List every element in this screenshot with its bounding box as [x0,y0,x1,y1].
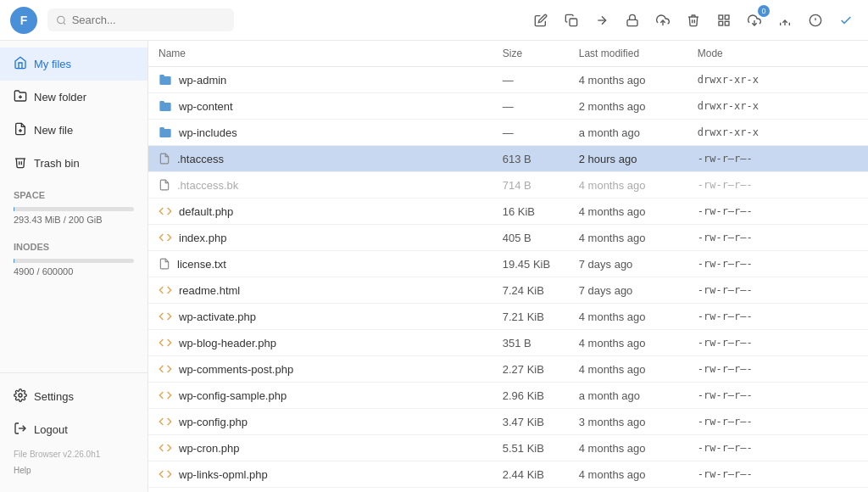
name-cell: index.php [159,231,482,244]
upload-button[interactable] [651,8,675,32]
file-table: Name Size Last modified Mode wp-admin — … [148,41,868,492]
edit-button[interactable] [529,8,553,32]
code-icon [159,231,172,244]
file-size: — [492,93,569,120]
share-button[interactable] [773,8,797,32]
name-cell: wp-links-opml.php [159,467,482,481]
table-row[interactable]: wp-includes — a month ago drwxr-xr-x [148,120,868,146]
table-row[interactable]: wp-content — 2 months ago drwxr-xr-x [148,93,868,120]
storage-text: 293.43 MiB / 200 GiB [14,215,134,225]
file-perms: -rw-r—r—- [687,383,868,409]
file-name: wp-includes [179,126,237,139]
table-row[interactable]: index.php 405 B 4 months ago -rw-r—r—- [148,225,868,251]
table-row[interactable]: wp-blog-header.php 351 B 4 months ago -r… [148,330,868,356]
svg-rect-7 [725,15,729,20]
table-row[interactable]: license.txt 19.45 KiB 7 days ago -rw-r—r… [148,251,868,277]
folder-icon [159,99,172,113]
file-size: 613 B [492,146,569,172]
edit-icon [534,14,548,27]
storage-bar-container: 293.43 MiB / 200 GiB [0,204,147,232]
help-text[interactable]: Help [0,462,147,478]
file-name: readme.html [179,284,240,297]
sidebar-item-logout[interactable]: Logout [0,413,147,446]
text-icon [159,178,170,192]
code-icon [159,362,172,376]
file-perms: -rw-r—r—- [687,330,868,356]
inodes-bar-fill [14,259,14,263]
table-row[interactable]: wp-links-opml.php 2.44 KiB 4 months ago … [148,461,868,488]
file-date: 4 months ago [569,225,687,251]
grid-button[interactable] [712,8,736,32]
name-cell: readme.html [159,283,482,297]
file-name: wp-config.php [179,416,248,428]
file-date: 4 months ago [569,67,687,93]
search-icon [56,14,67,26]
code-icon [159,389,172,402]
search-input[interactable] [72,14,225,26]
file-size: 3.47 KiB [492,409,569,435]
settings-icon [14,389,27,405]
file-date: 4 months ago [569,330,687,356]
space-section-label: Space [0,180,147,204]
svg-rect-2 [570,19,577,26]
name-cell: wp-config-sample.php [159,389,482,402]
svg-rect-6 [719,15,723,20]
file-perms: -rw-r—r—- [687,277,868,304]
check-icon [839,14,853,27]
file-name: wp-blog-header.php [179,337,276,349]
sidebar-item-myfiles[interactable]: My files [0,48,147,81]
file-size: 405 B [492,225,569,251]
table-row[interactable]: default.php 16 KiB 4 months ago -rw-r—r—… [148,198,868,225]
table-row[interactable]: wp-cron.php 5.51 KiB 4 months ago -rw-r—… [148,435,868,461]
delete-icon [687,14,700,27]
settings-label: Settings [34,390,74,403]
move-icon [595,14,609,27]
table-row[interactable]: readme.html 7.24 KiB 7 days ago -rw-r—r—… [148,277,868,304]
file-perms: drwxr-xr-x [687,93,868,120]
download-button[interactable]: 0 [743,8,766,32]
table-row[interactable]: .htaccess 613 B 2 hours ago -rw-r—r—- [148,146,868,172]
table-row[interactable]: wp-comments-post.php 2.27 KiB 4 months a… [148,356,868,383]
table-row[interactable]: .htaccess.bk 714 B 4 months ago -rw-r—r—… [148,172,868,198]
file-date: 2 months ago [569,93,687,120]
name-cell: wp-comments-post.php [159,362,482,376]
file-perms: -rw-r—r—- [687,356,868,383]
check-button[interactable] [834,8,858,32]
copy-button[interactable] [559,8,583,32]
name-cell: wp-admin [159,73,482,87]
lock-icon [626,14,639,27]
table-row[interactable]: wp-config-sample.php 2.96 KiB a month ag… [148,383,868,409]
storage-bar-bg [14,207,134,211]
file-size: 2.96 KiB [492,383,569,409]
sidebar-item-settings[interactable]: Settings [0,380,147,413]
code-icon [159,283,172,297]
file-list: Name Size Last modified Mode wp-admin — … [148,41,868,492]
newfile-label: New file [34,124,73,137]
svg-point-0 [58,16,64,23]
move-button[interactable] [590,8,614,32]
table-row[interactable]: wp-activate.php 7.21 KiB 4 months ago -r… [148,304,868,330]
info-button[interactable] [804,8,827,32]
file-size: 7.21 KiB [492,304,569,330]
file-perms: -rw-r—r—- [687,225,868,251]
sidebar-item-newfile[interactable]: New file [0,114,147,147]
sidebar-item-newfolder[interactable]: New folder [0,81,147,114]
file-name: wp-activate.php [179,310,256,323]
info-icon [809,14,822,27]
table-row[interactable]: wp-load.php 3.84 KiB a month ago -rw-r—r… [148,488,868,493]
table-row[interactable]: wp-admin — 4 months ago drwxr-xr-x [148,67,868,93]
file-date: 4 months ago [569,461,687,488]
name-cell: wp-activate.php [159,310,482,323]
svg-rect-4 [627,20,637,25]
name-cell: wp-blog-header.php [159,336,482,349]
table-row[interactable]: wp-config.php 3.47 KiB 3 months ago -rw-… [148,409,868,435]
file-size: 19.45 KiB [492,251,569,277]
download-badge: 0 [758,5,770,17]
name-cell: .htaccess [159,152,482,165]
delete-button[interactable] [682,8,705,32]
file-name: wp-content [179,100,233,113]
file-name: .htaccess.bk [177,179,238,192]
table-header-row: Name Size Last modified Mode [148,41,868,67]
lock-button[interactable] [620,8,644,32]
sidebar-item-trash[interactable]: Trash bin [0,147,147,180]
